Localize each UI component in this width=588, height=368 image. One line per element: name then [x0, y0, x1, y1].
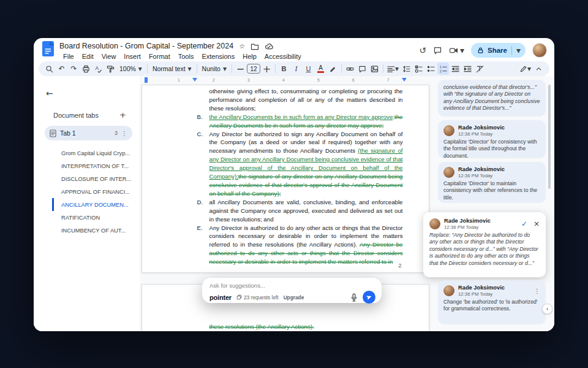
paint-format-button[interactable] [105, 63, 116, 75]
align-button[interactable]: ▾ [386, 63, 400, 75]
print-button[interactable] [80, 63, 92, 75]
comment-body: Capitalize 'Director' to maintain consis… [443, 180, 540, 201]
hide-menus-button[interactable] [533, 63, 545, 75]
ai-input[interactable]: Ask for suggestions... [209, 282, 375, 289]
line-spacing-button[interactable] [401, 63, 412, 75]
cloud-status-icon[interactable] [265, 42, 273, 50]
share-caret-icon[interactable]: ▾ [516, 46, 521, 55]
ruler-margin-marker[interactable] [145, 77, 148, 83]
ruler[interactable]: 1 2 3 4 5 6 7 [140, 76, 431, 85]
move-folder-icon[interactable] [251, 42, 259, 50]
back-button[interactable]: ← [46, 88, 140, 98]
spell-check-button[interactable]: A [92, 63, 104, 75]
video-call-icon [449, 46, 458, 55]
comment-menu-button[interactable]: ⋮ [534, 288, 540, 294]
paragraph-intro[interactable]: otherwise giving effect to, consummating… [209, 87, 403, 113]
ruler-indent-marker[interactable] [192, 78, 197, 82]
comment-card[interactable]: Rade Joksimovic 12:36 PM Today Capitaliz… [438, 162, 546, 203]
share-button[interactable]: Share ▾ [471, 43, 526, 58]
list-label-e: E. [197, 224, 203, 232]
tab-item-1[interactable]: Tab 1 3 ⋮ [45, 126, 132, 140]
accept-suggestion-button[interactable]: ✓ [521, 220, 527, 228]
add-tab-button[interactable]: + [119, 110, 126, 120]
lock-icon [477, 47, 484, 54]
comment-card[interactable]: Rade Joksimovic 12:36 PM Today ⋮ Change … [438, 280, 546, 324]
increase-font-size-button[interactable]: + [261, 63, 273, 75]
comment-header: Rade Joksimovic 12:36 PM Today ✓ × [429, 218, 540, 230]
star-icon[interactable]: ☆ [239, 43, 245, 50]
paragraph-item-e[interactable]: E.Any Director is authorized to do any o… [209, 224, 403, 267]
bulleted-list-button[interactable] [425, 63, 437, 75]
clear-formatting-button[interactable] [474, 63, 486, 75]
numbered-list-button[interactable]: 1 2 [437, 63, 449, 75]
insert-link-button[interactable] [344, 63, 356, 75]
italic-button[interactable]: I [290, 63, 302, 75]
ai-suggestion-box[interactable]: Ask for suggestions... pointer 23 reques… [202, 278, 382, 303]
increase-indent-button[interactable] [462, 63, 473, 75]
paragraph-style-select[interactable]: Normal text ▾ [150, 63, 194, 75]
outline-item-disclosure[interactable]: DISCLOSURE OF INTER... [52, 172, 140, 185]
outline-item-ratification[interactable]: RATIFICATION [52, 211, 140, 224]
menu-help[interactable]: Help [239, 52, 260, 61]
tab-doc-icon [50, 129, 56, 137]
menu-edit[interactable]: Edit [78, 52, 97, 61]
outline-item-approval[interactable]: APPROVAL OF FINANCI... [52, 185, 140, 198]
suggestion-card-active[interactable]: Rade Joksimovic 12:36 PM Today ✓ × Repla… [423, 212, 546, 277]
insert-comment-button[interactable] [356, 63, 368, 75]
editing-mode-button[interactable]: ▾ [518, 63, 532, 75]
print-icon [82, 65, 90, 73]
toolbar-divider [383, 64, 383, 73]
menu-file[interactable]: File [59, 52, 78, 61]
docs-logo-icon[interactable] [42, 41, 54, 56]
tab-menu-button[interactable]: ⋮ [121, 130, 127, 137]
comment-card[interactable]: Rade Joksimovic 12:36 PM Today Capitaliz… [438, 120, 546, 158]
font-select[interactable]: Nunito ▾ [200, 63, 229, 75]
comment-avatar [429, 218, 440, 229]
menu-accessibility[interactable]: Accessibility [261, 52, 305, 61]
paragraph-page2[interactable]: these resolutions (the Ancillary Actions… [209, 323, 403, 331]
search-menus-button[interactable] [43, 63, 55, 75]
version-history-icon[interactable]: ↺ [419, 46, 426, 55]
collapse-comments-button[interactable]: ‹ [542, 304, 552, 314]
paragraph-item-d[interactable]: D.all Ancillary Documents are valid, con… [209, 198, 403, 224]
paint-roller-icon [107, 65, 115, 73]
comment-time: 12:36 PM Today [458, 291, 505, 297]
upgrade-button[interactable]: Upgrade [284, 294, 304, 301]
text-color-button[interactable]: A [315, 63, 326, 75]
zoom-select[interactable]: 100% ▾ [117, 63, 145, 75]
outline-item-incumbency[interactable]: INCUMBENCY OF AUT... [52, 224, 140, 237]
comments-scrollbar[interactable] [548, 85, 551, 189]
menu-insert[interactable]: Insert [120, 52, 145, 61]
page-title[interactable]: Board Resolution - Grom Capital - Septem… [59, 42, 233, 50]
checklist-button[interactable] [413, 63, 424, 75]
bold-button[interactable]: B [278, 63, 290, 75]
send-button[interactable] [363, 291, 375, 304]
outline-item-title[interactable]: Grom Capital Liquid Cryp... [52, 147, 140, 159]
outline-item-ancillary[interactable]: ANCILLARY DOCUMEN... [52, 198, 140, 211]
redo-button[interactable]: ↷ [68, 63, 80, 75]
paragraph-item-c[interactable]: C.Any Director be authorized to sign any… [209, 130, 403, 198]
undo-button[interactable]: ↶ [56, 63, 67, 75]
ruler-right-indent-marker[interactable] [402, 78, 407, 82]
account-avatar[interactable] [532, 43, 547, 58]
reject-suggestion-button[interactable]: × [533, 220, 540, 228]
align-left-icon [387, 65, 395, 73]
paragraph-item-b[interactable]: B.the Ancillary Documents be in such for… [209, 113, 403, 130]
font-size-input[interactable]: 12 [247, 64, 260, 74]
menu-extensions[interactable]: Extensions [198, 52, 238, 61]
decrease-font-size-button[interactable]: − [235, 63, 246, 75]
highlight-color-button[interactable] [327, 63, 339, 75]
menu-format[interactable]: Format [145, 52, 174, 61]
underline-button[interactable]: U [303, 63, 314, 75]
outline-item-interpretation[interactable]: INTERPRETATION OF T... [52, 159, 140, 172]
comment-card-clipped[interactable]: conclusive evidence of that director's..… [438, 80, 546, 117]
header-actions: ↺ ▾ Share ▾ [419, 43, 547, 58]
insert-image-button[interactable] [369, 63, 380, 75]
open-comments-icon[interactable] [433, 46, 442, 55]
decrease-indent-button[interactable] [450, 63, 461, 75]
mic-button[interactable] [350, 293, 358, 302]
document-page-1[interactable]: otherwise giving effect to, consummating… [141, 85, 429, 273]
menu-view[interactable]: View [98, 52, 120, 61]
meet-button[interactable]: ▾ [449, 46, 464, 55]
menu-tools[interactable]: Tools [175, 52, 198, 61]
